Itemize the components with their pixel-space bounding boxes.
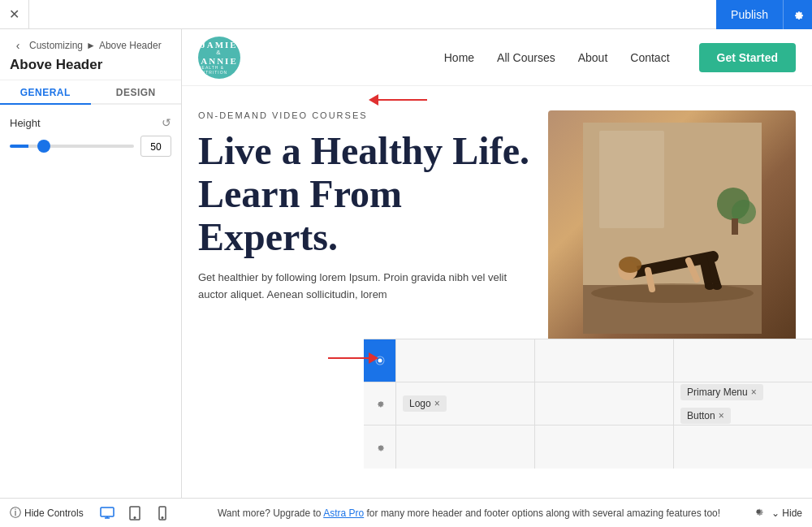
message-text-1: Want more? Upgrade to — [218, 508, 323, 519]
height-slider[interactable] — [10, 145, 134, 148]
breadcrumb-text: Customizing — [29, 40, 83, 51]
logo-name-jamie: JAMIE — [201, 40, 237, 50]
svg-rect-1 — [599, 131, 664, 228]
main-layout: ‹ Customizing ► Above Header Above Heade… — [0, 29, 812, 498]
hide-button[interactable]: ⌄ Hide — [771, 508, 802, 519]
hero-image-placeholder — [548, 110, 796, 346]
logo-tag-label: Logo — [409, 398, 431, 409]
hero-heading: Live a Healthy Life. Learn From Experts. — [198, 130, 532, 258]
mobile-button[interactable] — [155, 506, 170, 521]
layout-row-2: Logo × Primary Menu × Button × — [364, 382, 812, 425]
svg-point-3 — [591, 283, 754, 303]
layout-cell-1-1 — [396, 339, 535, 382]
layout-cell-1-2 — [535, 339, 674, 382]
hide-controls-button[interactable]: ⓘ Hide Controls — [10, 506, 84, 521]
nav-link-about[interactable]: About — [578, 51, 608, 64]
layout-row-3 — [364, 425, 812, 469]
settings-button-bottom[interactable] — [752, 505, 765, 521]
top-bar: ✕ Publish — [0, 0, 812, 29]
close-button[interactable]: ✕ — [0, 0, 29, 29]
gear-icon — [793, 9, 804, 20]
arrow-line-2 — [328, 357, 369, 359]
layout-row-2-settings[interactable] — [364, 382, 396, 425]
nav-bar: JAMIE & ANNIE HEALTH & NUTRITION Home Al… — [182, 29, 812, 86]
arrow-head-left — [369, 94, 378, 106]
logo-area: JAMIE & ANNIE HEALTH & NUTRITION — [198, 37, 240, 79]
publish-button[interactable]: Publish — [716, 0, 783, 29]
tablet-button[interactable] — [127, 506, 142, 521]
svg-rect-19 — [101, 508, 114, 516]
publish-area: Publish — [716, 0, 812, 29]
astra-pro-link[interactable]: Astra Pro — [323, 508, 364, 519]
preview-area: JAMIE & ANNIE HEALTH & NUTRITION Home Al… — [182, 29, 812, 498]
height-label: Height — [10, 117, 41, 129]
logo-tag: Logo × — [403, 395, 447, 412]
layout-cell-2-2 — [535, 382, 674, 425]
layout-cell-3-3 — [674, 425, 812, 469]
button-tag-close[interactable]: × — [719, 411, 724, 421]
gear-icon-row3 — [374, 442, 386, 453]
chevron-down-icon: ⌄ — [771, 508, 780, 519]
back-button[interactable]: ‹ — [10, 37, 26, 54]
hero-image — [548, 110, 796, 346]
height-field-row: Height ↺ — [10, 116, 171, 129]
page-title: Above Header — [10, 57, 171, 73]
logo-subtitle: HEALTH & NUTRITION — [198, 66, 240, 75]
breadcrumb: ‹ Customizing ► Above Header — [10, 37, 171, 54]
info-icon: ⓘ — [10, 506, 21, 521]
primary-menu-tag: Primary Menu × — [680, 384, 763, 400]
breadcrumb-child: Above Header — [99, 40, 162, 51]
mobile-icon — [155, 506, 170, 521]
logo-text: JAMIE & ANNIE HEALTH & NUTRITION — [198, 40, 240, 76]
nav-link-allcourses[interactable]: All Courses — [497, 51, 555, 64]
gear-icon-bottom — [752, 505, 765, 518]
tab-general[interactable]: GENERAL — [0, 80, 91, 105]
close-icon: ✕ — [9, 6, 19, 22]
hero-eyebrow: ON-DEMAND VIDEO COURSES — [198, 110, 532, 120]
arrow-indicator-2 — [328, 352, 378, 364]
hero-body: Get healthier by following lorem Ipsum. … — [198, 270, 532, 304]
primary-menu-tag-close[interactable]: × — [751, 387, 757, 397]
layout-cell-2-3: Primary Menu × Button × — [674, 382, 812, 425]
svg-point-6 — [619, 257, 641, 273]
slider-row: 50 — [10, 136, 171, 157]
desktop-button[interactable] — [100, 506, 114, 521]
reset-button[interactable]: ↺ — [162, 116, 171, 129]
yoga-figure-svg — [583, 123, 762, 334]
button-tag: Button × — [680, 408, 731, 424]
message-text-2: for many more header and footer options … — [364, 508, 720, 519]
arrow-indicator-1 — [369, 94, 427, 106]
nav-links: Home All Courses About Contact Get Start… — [444, 43, 796, 72]
publish-settings-button[interactable] — [783, 0, 812, 29]
arrow-line-1 — [378, 99, 427, 101]
layout-cell-2-1: Logo × — [396, 382, 535, 425]
height-value[interactable]: 50 — [140, 136, 171, 157]
sidebar-content: Height ↺ 50 — [0, 105, 181, 498]
logo-circle: JAMIE & ANNIE HEALTH & NUTRITION — [198, 37, 240, 79]
tab-design[interactable]: DESIGN — [91, 80, 182, 103]
sidebar: ‹ Customizing ► Above Header Above Heade… — [0, 29, 182, 498]
bottom-bar: ⓘ Hide Controls Want more? Upgrade to — [0, 498, 812, 527]
nav-link-home[interactable]: Home — [444, 51, 474, 64]
desktop-icon — [100, 506, 114, 521]
layout-cell-3-1 — [396, 425, 535, 469]
layout-row-3-settings[interactable] — [364, 425, 396, 469]
hide-controls-label: Hide Controls — [24, 508, 84, 519]
nav-link-contact[interactable]: Contact — [630, 51, 669, 64]
arrow-head-right — [369, 352, 378, 364]
svg-point-12 — [705, 283, 715, 290]
sidebar-header: ‹ Customizing ► Above Header Above Heade… — [0, 29, 181, 80]
breadcrumb-sep: ► — [86, 40, 96, 51]
nav-cta-button[interactable]: Get Started — [699, 43, 796, 72]
logo-tag-close[interactable]: × — [434, 399, 440, 408]
svg-point-23 — [134, 516, 136, 518]
layout-row-1 — [364, 339, 812, 382]
svg-line-10 — [703, 258, 709, 285]
layout-builder: Logo × Primary Menu × Button × — [364, 339, 812, 469]
primary-menu-tag-label: Primary Menu — [687, 387, 748, 398]
tablet-icon — [127, 506, 142, 521]
button-tag-label: Button — [687, 410, 715, 421]
layout-cell-1-3 — [674, 339, 812, 382]
bottom-bar-right: ⌄ Hide — [752, 505, 802, 521]
layout-cell-3-2 — [535, 425, 674, 469]
